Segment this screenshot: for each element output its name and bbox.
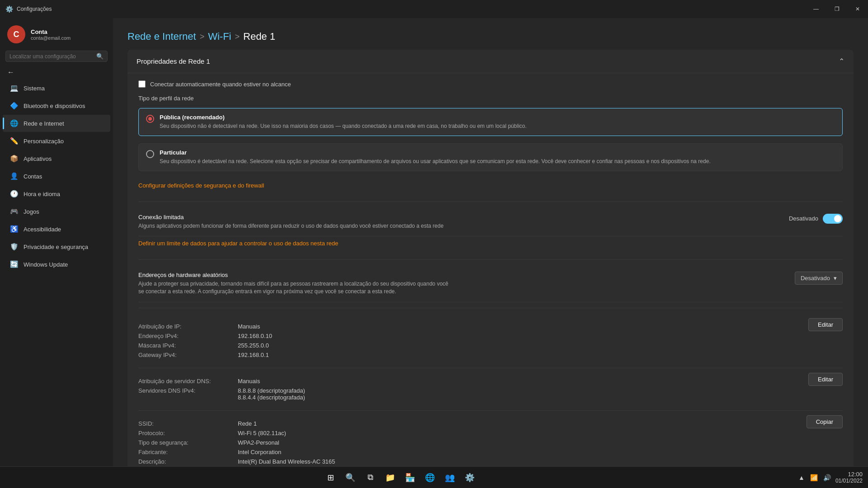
limited-connection-toggle[interactable] — [823, 214, 843, 224]
bluetooth-icon: 🔷 — [10, 102, 18, 110]
radio-particular-text: Particular Seu dispositivo é detectável … — [160, 149, 711, 165]
volume-tray-icon[interactable]: 🔊 — [821, 472, 833, 483]
aplicativos-icon: 📦 — [10, 155, 18, 163]
task-view-button[interactable]: ⧉ — [361, 469, 379, 487]
random-hardware-row: Endereços de hardware aleatórios Ajude a… — [138, 265, 843, 302]
ip-edit-button[interactable]: Editar — [808, 318, 843, 331]
sidebar-item-privacidade[interactable]: 🛡️ Privacidade e segurança — [3, 238, 110, 255]
breadcrumb-current: Rede 1 — [243, 31, 275, 42]
jogos-icon: 🎮 — [10, 207, 18, 216]
ip-edit-control: Editar — [808, 318, 843, 331]
sidebar-item-bluetooth[interactable]: 🔷 Bluetooth e dispositivos — [3, 97, 110, 114]
search-button[interactable]: 🔍 — [96, 53, 104, 60]
random-hardware-control: Desativado ▾ — [795, 272, 843, 285]
limited-connection-status: Desativado — [789, 215, 818, 222]
manufacturer-label: Fabricante: — [138, 447, 238, 457]
back-button[interactable]: ← — [0, 66, 113, 79]
network-tray-icon[interactable]: 📶 — [808, 472, 820, 483]
sidebar-item-contas[interactable]: 👤 Contas — [3, 168, 110, 185]
radio-particular-btn[interactable] — [146, 150, 154, 158]
panel-body: Conectar automaticamente quando estiver … — [127, 73, 854, 466]
sidebar-item-hora[interactable]: 🕐 Hora e idioma — [3, 185, 110, 202]
title-bar-title: Configurações — [17, 6, 52, 12]
restore-button[interactable]: ❐ — [826, 0, 847, 18]
hora-icon: 🕐 — [10, 190, 18, 198]
protocol-label: Protocolo: — [138, 428, 238, 438]
start-button[interactable]: ⊞ — [321, 469, 340, 487]
security-link[interactable]: Configurar definições de segurança e do … — [138, 182, 264, 189]
dns-edit-control: Editar — [808, 373, 843, 386]
manufacturer-value: Intel Corporation — [238, 447, 807, 457]
random-hardware-dropdown[interactable]: Desativado ▾ — [795, 272, 843, 285]
network-copy-button[interactable]: Copiar — [807, 415, 843, 428]
edge-button[interactable]: 🌐 — [421, 469, 439, 487]
table-row: Protocolo: Wi-Fi 5 (802.11ac) — [138, 428, 807, 438]
panel-collapse-button[interactable]: ⌃ — [839, 57, 844, 66]
table-row: Endereço IPv4: 192.168.0.10 — [138, 331, 808, 341]
auto-connect-label[interactable]: Conectar automaticamente quando estiver … — [150, 81, 291, 88]
search-input[interactable] — [9, 53, 94, 60]
sidebar-item-acessibilidade[interactable]: ♿ Acessibilidade — [3, 221, 110, 238]
ipv4-mask-value: 255.255.0.0 — [238, 341, 808, 350]
auto-connect-row: Conectar automaticamente quando estiver … — [138, 80, 843, 88]
sidebar-item-personalizacao[interactable]: ✏️ Personalização — [3, 132, 110, 150]
contas-icon: 👤 — [10, 172, 18, 180]
radio-publica[interactable]: Pública (recomendado) Seu dispositivo nã… — [138, 108, 843, 136]
limited-connection-row: Conexão limitada Alguns aplicativos pode… — [138, 207, 843, 237]
sidebar-item-jogos[interactable]: 🎮 Jogos — [3, 203, 110, 220]
acessibilidade-icon: ♿ — [10, 225, 18, 233]
edge-icon: 🌐 — [425, 473, 435, 483]
sidebar-item-windowsupdate[interactable]: 🔄 Windows Update — [3, 256, 110, 273]
auto-connect-checkbox[interactable] — [138, 80, 146, 88]
taskbar-clock[interactable]: 12:00 01/01/2022 — [835, 471, 863, 484]
close-button[interactable]: ✕ — [847, 0, 868, 18]
taskbar-search-button[interactable]: 🔍 — [341, 469, 359, 487]
settings-taskbar-button[interactable]: ⚙️ — [461, 469, 479, 487]
file-explorer-button[interactable]: 📁 — [381, 469, 399, 487]
divider-2 — [138, 259, 843, 260]
search-box[interactable]: 🔍 — [5, 51, 108, 62]
expand-tray-icon[interactable]: ▲ — [797, 472, 807, 483]
taskbar: ⊞ 🔍 ⧉ 📁 🏪 🌐 👥 ⚙️ ▲ 📶 🔊 12:00 — [0, 466, 868, 488]
account-section[interactable]: C Conta conta@email.com — [0, 18, 113, 49]
teams-button[interactable]: 👥 — [441, 469, 459, 487]
sidebar-item-rede[interactable]: 🌐 Rede e Internet — [3, 115, 110, 132]
dns-servers-label: Servidores DNS IPv4: — [138, 386, 238, 402]
description-value: Intel(R) Dual Band Wireless-AC 3165 — [238, 457, 807, 466]
breadcrumb-sep-1: > — [200, 32, 205, 42]
sidebar-item-label: Hora e idioma — [24, 191, 60, 197]
ipv4-address-value: 192.168.0.10 — [238, 331, 808, 341]
radio-publica-btn[interactable] — [146, 115, 154, 123]
dns-table: Atribuição de servidor DNS: Manuais Serv… — [138, 376, 808, 402]
table-row: Atribuição de servidor DNS: Manuais — [138, 376, 808, 386]
store-button[interactable]: 🏪 — [401, 469, 419, 487]
radio-particular-title: Particular — [160, 149, 711, 156]
account-email: conta@email.com — [31, 35, 71, 41]
dns-edit-button[interactable]: Editar — [808, 373, 843, 386]
title-bar: ⚙️ Configurações — ❐ ✕ — [0, 0, 868, 18]
account-name: Conta — [31, 28, 71, 35]
table-row: Atribuição de IP: Manuais — [138, 322, 808, 331]
breadcrumb-wifi[interactable]: Wi-Fi — [208, 31, 231, 42]
breadcrumb-rede[interactable]: Rede e Internet — [127, 31, 196, 42]
sidebar-item-sistema[interactable]: 💻 Sistema — [3, 80, 110, 97]
dns-assignment-section: Atribuição de servidor DNS: Manuais Serv… — [138, 368, 843, 411]
minimize-button[interactable]: — — [806, 0, 826, 18]
store-icon: 🏪 — [405, 473, 415, 483]
privacidade-icon: 🛡️ — [10, 243, 18, 251]
random-hardware-title: Endereços de hardware aleatórios — [138, 272, 455, 278]
sidebar-item-aplicativos[interactable]: 📦 Aplicativos — [3, 150, 110, 167]
limited-connection-desc: Alguns aplicativos podem funcionar de fo… — [138, 222, 455, 230]
sidebar-item-label: Windows Update — [24, 261, 68, 268]
data-limit-link[interactable]: Definir um limite de dados para ajudar a… — [138, 240, 338, 247]
divider-3 — [138, 308, 843, 308]
description-label: Descrição: — [138, 457, 238, 466]
ipv4-mask-label: Máscara IPv4: — [138, 341, 238, 350]
radio-particular[interactable]: Particular Seu dispositivo é detectável … — [138, 143, 843, 171]
title-bar-controls: — ❐ ✕ — [806, 0, 868, 18]
sidebar-item-label: Rede e Internet — [24, 120, 64, 127]
windowsupdate-icon: 🔄 — [10, 260, 18, 268]
table-row: Gateway IPv4: 192.168.0.1 — [138, 350, 808, 360]
app-content: C Conta conta@email.com 🔍 ← 💻 Sistema 🔷 … — [0, 18, 868, 466]
toggle-track[interactable] — [823, 214, 843, 224]
